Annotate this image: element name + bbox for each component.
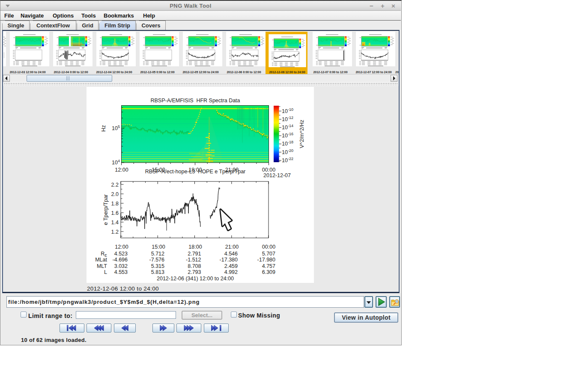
svg-text:4.992: 4.992 — [224, 269, 238, 275]
svg-text:RBSP-A/EMFISIS HFR Spectra Da: RBSP-A/EMFISIS HFR Spectra Data — [150, 98, 240, 104]
svg-text:1.2: 1.2 — [111, 229, 119, 235]
svg-text:18:00: 18:00 — [188, 244, 202, 250]
svg-text:-1.512: -1.512 — [186, 257, 201, 263]
svg-text:4.553: 4.553 — [114, 269, 128, 275]
svg-text:-17.980: -17.980 — [257, 257, 275, 263]
svg-text:e Tperp/Tpar: e Tperp/Tpar — [103, 194, 109, 225]
svg-text:21:00: 21:00 — [225, 244, 239, 250]
svg-text:Hz: Hz — [101, 125, 107, 131]
svg-text:00:00: 00:00 — [262, 244, 275, 250]
svg-text:-17.380: -17.380 — [220, 257, 238, 263]
svg-text:4.546: 4.546 — [224, 251, 238, 257]
svg-text:2.793: 2.793 — [188, 269, 201, 275]
svg-text:5.813: 5.813 — [151, 269, 164, 275]
svg-text:MLT: MLT — [97, 263, 107, 269]
svg-text:2012-12-07: 2012-12-07 — [263, 172, 291, 178]
svg-text:2012-12-06 (341) 12:00 to 24:0: 2012-12-06 (341) 12:00 to 24:00 — [157, 276, 234, 282]
svg-text:3.032: 3.032 — [114, 263, 128, 269]
svg-text:12:00: 12:00 — [115, 244, 128, 250]
svg-text:12:00: 12:00 — [115, 167, 128, 173]
svg-text:2.459: 2.459 — [224, 263, 238, 269]
svg-text:4.757: 4.757 — [262, 263, 275, 269]
svg-text:1.4: 1.4 — [111, 220, 119, 226]
svg-text:V^2/m^2/Hz: V^2/m^2/Hz — [299, 120, 305, 148]
svg-text:6.309: 6.309 — [262, 269, 275, 275]
svg-text:-7.576: -7.576 — [149, 257, 164, 263]
svg-text:4.523: 4.523 — [114, 251, 128, 257]
svg-text:2.791: 2.791 — [188, 251, 201, 257]
svg-text:5.707: 5.707 — [262, 251, 275, 257]
svg-text:00:00: 00:00 — [262, 167, 275, 173]
svg-text:2.2: 2.2 — [111, 182, 119, 188]
svg-text:5.315: 5.315 — [151, 263, 164, 269]
svg-text:1.6: 1.6 — [111, 210, 119, 216]
svg-text:RBSP-A/ect-hope-L3 HOPE e Tpe: RBSP-A/ect-hope-L3 HOPE e Tperp/Tpar — [145, 169, 246, 175]
svg-text:MLat: MLat — [95, 257, 107, 263]
svg-text:2.0: 2.0 — [111, 191, 119, 197]
svg-text:1.8: 1.8 — [111, 201, 119, 207]
svg-text:-4.696: -4.696 — [113, 257, 128, 263]
svg-text:15:00: 15:00 — [152, 244, 165, 250]
svg-text:8.708: 8.708 — [188, 263, 201, 269]
svg-text:5.712: 5.712 — [151, 251, 164, 257]
svg-text:L: L — [104, 269, 107, 275]
